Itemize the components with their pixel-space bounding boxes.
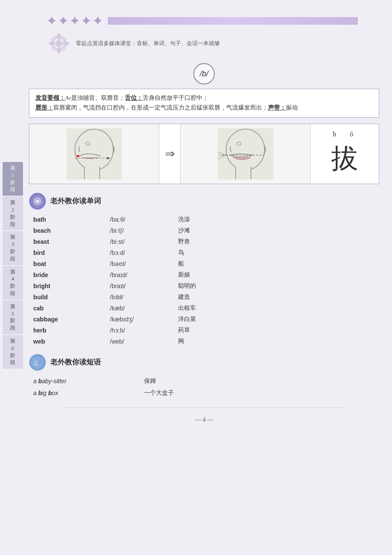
phrase-table: a baby-sitter 保姆 a big box 一个大盒子 (29, 375, 379, 399)
word-cab: cab (29, 303, 106, 314)
phrase-section-title: 老外教你读短语 (50, 357, 101, 367)
ipa-cabbage: /kæbɪdʒ/ (106, 314, 174, 325)
ipa-build: /bɪld/ (106, 292, 174, 303)
phrase-section-header: ♫ 老外教你读短语 (29, 354, 379, 371)
sidebar-item-6[interactable]: 第6阶段 (3, 335, 23, 369)
word-bath: bath (29, 214, 106, 225)
ipa-bath: /baːθ/ (106, 214, 174, 225)
sidebar-item-3[interactable]: 第3阶段 (3, 231, 23, 265)
phoneme-label: /b/ (200, 69, 208, 78)
arrow-box: ⇒ (159, 124, 181, 184)
table-row: herb /hɜːb/ 药草 (29, 325, 379, 336)
music-icon-svg: ♫ (29, 354, 46, 370)
pron-text4: 振动 (286, 104, 298, 111)
vocab-icon: CD (29, 193, 46, 210)
divider-line (64, 408, 344, 408)
meaning-boat: 船 (174, 258, 379, 269)
svg-point-9 (56, 41, 61, 46)
table-row: build /bɪld/ 建造 (29, 292, 379, 303)
table-row: bride /braɪd/ 新娘 (29, 269, 379, 280)
table-row: cabbage /kæbɪdʒ/ 洋白菜 (29, 314, 379, 325)
table-row: web /web/ 网 (29, 336, 379, 347)
word-bright: bright (29, 280, 106, 292)
mouth-svg-2 (218, 128, 273, 179)
table-row: boat /bəʊt/ 船 (29, 258, 379, 269)
main-content: ✦✦✦✦✦ 零起点英语多媒体课堂：音标 (29, 0, 379, 423)
pron-label3: 唇形： (35, 104, 53, 111)
ornament-left: ✦✦✦✦✦ (46, 13, 104, 29)
sidebar-item-5[interactable]: 第5阶段 (3, 301, 23, 334)
word-build: build (29, 292, 106, 303)
meaning-herb: 药草 (174, 325, 379, 336)
meaning-cab: 出租车 (174, 303, 379, 314)
pron-label2: 舌位： (125, 95, 143, 101)
pron-text2: 舌身自然放平于口腔中； (143, 95, 208, 101)
meaning-web: 网 (174, 336, 379, 347)
table-row: beast /biːst/ 野兽 (29, 236, 379, 247)
meaning-build: 建造 (174, 292, 379, 303)
header-ornament-svg (46, 31, 72, 56)
ipa-cab: /kæb/ (106, 303, 174, 314)
word-herb: herb (29, 325, 106, 336)
phrase-icon: ♫ (29, 354, 46, 371)
pronunciation-box: 发音要领：/b/是浊辅音、双唇音；舌位：舌身自然放平于口腔中； 唇形：双唇紧闭，… (29, 89, 379, 118)
phoneme-circle: /b/ (193, 63, 215, 84)
page-number: — 4 — (29, 416, 379, 423)
sidebar-item-1[interactable]: 第1阶段 (3, 162, 23, 196)
ipa-web: /web/ (106, 336, 174, 347)
header-title-line: 零起点英语多媒体课堂：音标、单词、句子、会话一本就够 (29, 31, 379, 56)
svg-text:♫: ♫ (33, 358, 39, 367)
svg-point-3 (49, 41, 55, 46)
sidebar-item-2[interactable]: 第2阶段 (3, 197, 23, 230)
chinese-char: 拔 (331, 140, 358, 177)
svg-text:CD: CD (35, 199, 40, 203)
diagram-box-2 (181, 124, 311, 184)
table-row: bird /bɜːd/ 鸟 (29, 247, 379, 258)
meaning-bright: 聪明的 (174, 280, 379, 292)
ipa-bright: /braɪt/ (106, 280, 174, 292)
word-beach: beach (29, 225, 106, 236)
table-row: bright /braɪt/ 聪明的 (29, 280, 379, 292)
sidebar-item-4[interactable]: 第4阶段 (3, 266, 23, 300)
ipa-bird: /bɜːd/ (106, 247, 174, 258)
ipa-beast: /biːst/ (106, 236, 174, 247)
word-cabbage: cabbage (29, 314, 106, 325)
meaning-big-box: 一个大盒子 (140, 387, 379, 399)
pron-label4: 声带： (268, 104, 286, 111)
phrase-big-box: a big box (29, 387, 140, 399)
pron-text3: 双唇紧闭，气流挡在口腔内，在形成一定气流压力之后猛张双唇，气流爆发而出； (53, 104, 268, 111)
phoneme-badge: /b/ (29, 63, 379, 84)
table-row: beach /biːtʃ/ 沙滩 (29, 225, 379, 236)
ipa-bride: /braɪd/ (106, 269, 174, 280)
cd-icon-svg: CD (29, 193, 46, 209)
header-area: ✦✦✦✦✦ 零起点英语多媒体课堂：音标 (29, 9, 379, 56)
meaning-bath: 洗澡 (174, 214, 379, 225)
meaning-cabbage: 洋白菜 (174, 314, 379, 325)
table-row: a big box 一个大盒子 (29, 387, 379, 399)
svg-rect-12 (84, 167, 100, 179)
ipa-herb: /hɜːb/ (106, 325, 174, 336)
header-title: 零起点英语多媒体课堂：音标、单词、句子、会话一本就够 (76, 40, 220, 47)
vocab-section-header: CD 老外教你读单词 (29, 193, 379, 210)
table-row: cab /kæb/ 出租车 (29, 303, 379, 314)
word-web: web (29, 336, 106, 347)
table-row: bath /baːθ/ 洗澡 (29, 214, 379, 225)
header-decoration: ✦✦✦✦✦ (29, 13, 379, 29)
chinese-char-box: b ō 拔 (311, 124, 379, 184)
word-bird: bird (29, 247, 106, 258)
meaning-bride: 新娘 (174, 269, 379, 280)
meaning-baby-sitter: 保姆 (140, 375, 379, 387)
meaning-beast: 野兽 (174, 236, 379, 247)
vocab-table: bath /baːθ/ 洗澡 beach /biːtʃ/ 沙滩 beast /b… (29, 214, 379, 347)
mouth-svg-1 (66, 128, 122, 179)
table-row: a baby-sitter 保姆 (29, 375, 379, 387)
arrow-icon: ⇒ (165, 147, 175, 161)
ipa-beach: /biːtʃ/ (106, 225, 174, 236)
vocab-section-title: 老外教你读单词 (50, 196, 101, 206)
diagram-box-1 (29, 124, 159, 184)
pron-text1: /b/是浊辅音、双唇音； (65, 95, 125, 101)
sidebar: 第1阶段 第2阶段 第3阶段 第4阶段 第5阶段 第6阶段 (0, 162, 26, 369)
chinese-pinyin: b ō (333, 130, 357, 138)
ipa-boat: /bəʊt/ (106, 258, 174, 269)
pron-label1: 发音要领： (35, 95, 65, 101)
